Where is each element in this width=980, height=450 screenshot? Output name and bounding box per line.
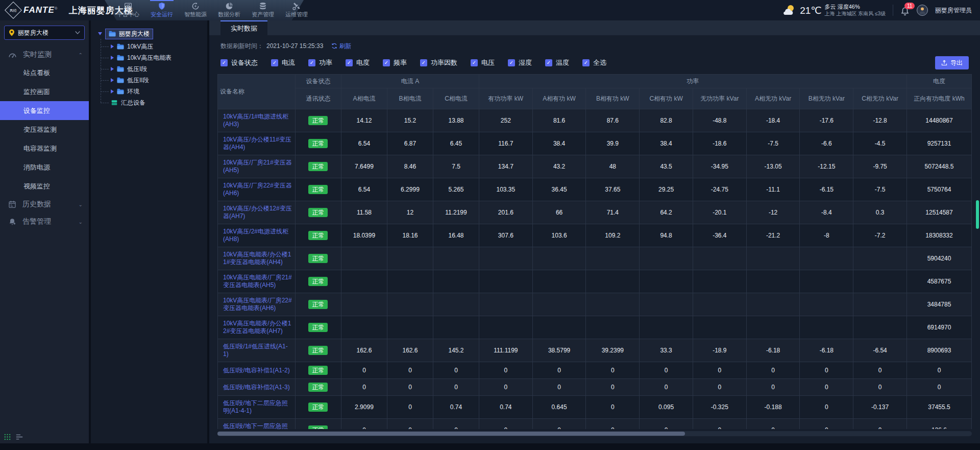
tree-node-6[interactable]: 汇总设备 bbox=[101, 97, 207, 108]
value-cell bbox=[693, 293, 746, 316]
col-header: 正向有功电度 kWh bbox=[906, 88, 971, 109]
sidebar-group-3[interactable]: 告警管理⌄ bbox=[0, 213, 89, 230]
value-cell: -0.188 bbox=[746, 396, 800, 419]
nav-item-5[interactable]: 资产管理 bbox=[248, 0, 278, 20]
filter-checkbox-功率[interactable]: ✓功率 bbox=[308, 58, 332, 67]
value-cell: 9257131 bbox=[906, 132, 971, 155]
device-name-link[interactable]: 低压I段/地下二层应急照明(A1-4-1) bbox=[218, 396, 296, 419]
tree-collapse-icon[interactable] bbox=[111, 67, 114, 71]
device-name-link[interactable]: 10kV高压/办公楼11#变压器(AH4) bbox=[218, 132, 296, 155]
tree-node-1[interactable]: 10kV高压 bbox=[101, 41, 207, 52]
sidebar-group-1[interactable]: 实时监测⌃ bbox=[0, 46, 89, 63]
filter-checkbox-频率[interactable]: ✓频率 bbox=[383, 58, 407, 67]
device-name-link[interactable]: 10kV高压电能表/厂房21#变压器电能表(AH5) bbox=[218, 270, 296, 293]
checkbox-checked-icon: ✓ bbox=[545, 59, 552, 66]
device-name-link[interactable]: 低压I段/电容补偿2(A1-3) bbox=[218, 379, 296, 396]
value-cell: 11.58 bbox=[341, 201, 387, 224]
filter-checkbox-电度[interactable]: ✓电度 bbox=[346, 58, 370, 67]
filter-checkbox-温度[interactable]: ✓温度 bbox=[545, 58, 569, 67]
status-badge: 正常 bbox=[308, 402, 328, 412]
tree-collapse-icon[interactable] bbox=[111, 44, 114, 49]
value-cell: 37455.5 bbox=[906, 396, 971, 419]
value-cell: 81.6 bbox=[532, 109, 586, 132]
device-name-link[interactable]: 10kV高压/2#电源进线柜(AH8) bbox=[218, 224, 296, 247]
grid-dots-icon[interactable] bbox=[4, 434, 11, 440]
filter-label: 电流 bbox=[282, 58, 295, 67]
filter-checkbox-功率因数[interactable]: ✓功率因数 bbox=[420, 58, 457, 67]
value-cell: 116.7 bbox=[479, 132, 532, 155]
value-cell bbox=[586, 293, 640, 316]
sidebar-group-label: 告警管理 bbox=[22, 217, 51, 226]
value-cell: 111.1199 bbox=[479, 339, 532, 362]
avatar[interactable] bbox=[917, 5, 928, 16]
tab-realtime-data[interactable]: 实时数据 bbox=[220, 20, 267, 35]
value-cell: 0 bbox=[693, 362, 746, 379]
nav-item-4[interactable]: 数据分析 bbox=[214, 0, 244, 20]
device-name-link[interactable]: 低压I段/地下一层应急照明(A1-4-2) bbox=[218, 419, 296, 430]
value-cell: 33.3 bbox=[640, 339, 693, 362]
nav-item-2[interactable]: 安全运行 bbox=[147, 0, 177, 20]
brand-diamond-icon: 凤特 bbox=[5, 2, 22, 19]
tree-node-3[interactable]: 低压I段 bbox=[101, 63, 207, 75]
nav-item-3[interactable]: 智慧能源 bbox=[181, 0, 210, 20]
filter-checkbox-湿度[interactable]: ✓湿度 bbox=[508, 58, 532, 67]
filter-checkbox-全选[interactable]: ✓全选 bbox=[582, 58, 606, 67]
nav-item-6[interactable]: 运维管理 bbox=[282, 0, 311, 20]
site-select[interactable]: 丽婴房大楼 bbox=[4, 26, 85, 40]
horizontal-scrollbar-thumb[interactable] bbox=[217, 432, 685, 436]
tree-collapse-icon[interactable] bbox=[111, 89, 114, 93]
filter-checkbox-电流[interactable]: ✓电流 bbox=[271, 58, 295, 67]
filter-checkbox-电压[interactable]: ✓电压 bbox=[471, 58, 495, 67]
checkbox-checked-icon: ✓ bbox=[346, 59, 353, 66]
value-cell: 43.2 bbox=[532, 155, 586, 178]
tree-node-5[interactable]: 环境 bbox=[101, 86, 207, 97]
value-cell: 0 bbox=[532, 379, 586, 396]
sidebar-item-视频监控[interactable]: 视频监控 bbox=[0, 177, 89, 196]
data-table-wrapper: 设备名称设备状态电流 A功率电度通讯状态A相电流B相电流C相电流有功功率 kWA… bbox=[217, 74, 972, 429]
pie-icon bbox=[225, 2, 233, 10]
device-name-link[interactable]: 10kV高压电能表/办公楼12#变压器电能表(AH7) bbox=[218, 316, 296, 339]
export-icon bbox=[941, 60, 947, 66]
filter-checkbox-设备状态[interactable]: ✓设备状态 bbox=[220, 58, 258, 67]
sidebar-item-变压器监测[interactable]: 变压器监测 bbox=[0, 120, 89, 139]
notification-bell[interactable]: 11 bbox=[900, 5, 910, 16]
value-cell: 6.2999 bbox=[387, 178, 433, 201]
value-cell bbox=[640, 270, 693, 293]
tree-expand-icon[interactable] bbox=[98, 32, 102, 35]
device-name-link[interactable]: 10kV高压/办公楼12#变压器(AH7) bbox=[218, 201, 296, 224]
horizontal-scrollbar[interactable] bbox=[217, 431, 972, 436]
device-name-link[interactable]: 10kV高压/1#电源进线柜(AH3) bbox=[218, 109, 296, 132]
nav-item-1[interactable]: 平台中心 bbox=[113, 0, 143, 20]
filter-label: 电压 bbox=[481, 58, 495, 67]
value-cell: 14.12 bbox=[341, 109, 387, 132]
value-cell: 71.4 bbox=[586, 201, 640, 224]
filter-label: 温度 bbox=[556, 58, 569, 67]
device-name-link[interactable]: 低压I段/电容补偿1(A1-2) bbox=[218, 362, 296, 379]
list-icon[interactable] bbox=[16, 434, 23, 440]
sidebar-item-设备监控[interactable]: 设备监控 bbox=[0, 101, 89, 120]
tree-collapse-icon[interactable] bbox=[111, 56, 114, 60]
tree-node-4[interactable]: 低压II段 bbox=[101, 75, 207, 86]
sidebar-group-2[interactable]: 历史数据⌄ bbox=[0, 196, 89, 213]
vertical-scrollbar-thumb[interactable] bbox=[976, 200, 979, 229]
device-name-link[interactable]: 低压I段/1#低压进线(A1-1) bbox=[218, 339, 296, 362]
device-name-link[interactable]: 10kV高压/厂房21#变压器(AH5) bbox=[218, 155, 296, 178]
user-name[interactable]: 丽婴房管理员 bbox=[935, 6, 972, 15]
tree-root[interactable]: 丽婴房大楼 bbox=[98, 28, 207, 40]
value-cell: 18.0399 bbox=[341, 224, 387, 247]
sidebar-item-消防电源[interactable]: 消防电源 bbox=[0, 158, 89, 177]
device-name-link[interactable]: 10kV高压电能表/厂房22#变压器电能表(AH6) bbox=[218, 293, 296, 316]
device-name-link[interactable]: 10kV高压/厂房22#变压器(AH6) bbox=[218, 178, 296, 201]
export-button[interactable]: 导出 bbox=[935, 56, 969, 69]
filter-label: 电度 bbox=[356, 58, 370, 67]
col-header: C相电流 bbox=[433, 88, 479, 109]
tree-collapse-icon[interactable] bbox=[111, 78, 114, 82]
refresh-button[interactable]: 刷新 bbox=[331, 42, 351, 51]
value-cell: 94.8 bbox=[640, 224, 693, 247]
value-cell bbox=[532, 270, 586, 293]
device-name-link[interactable]: 10kV高压电能表/办公楼11#变压器电能表(AH4) bbox=[218, 247, 296, 270]
sidebar-item-监控画面[interactable]: 监控画面 bbox=[0, 82, 89, 101]
sidebar-item-站点看板[interactable]: 站点看板 bbox=[0, 63, 89, 82]
sidebar-item-电容器监测[interactable]: 电容器监测 bbox=[0, 139, 89, 158]
tree-node-2[interactable]: 10kV高压电能表 bbox=[101, 52, 207, 63]
